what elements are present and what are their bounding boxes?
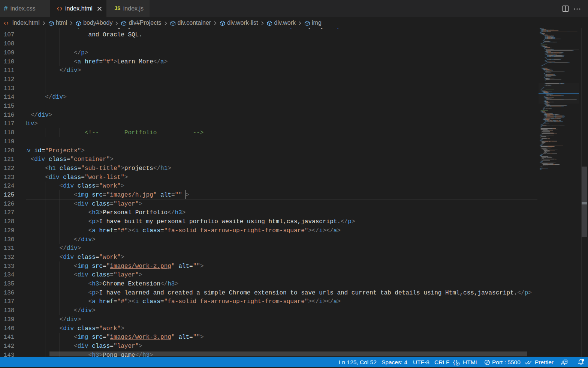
svg-text:{: {	[453, 359, 455, 365]
